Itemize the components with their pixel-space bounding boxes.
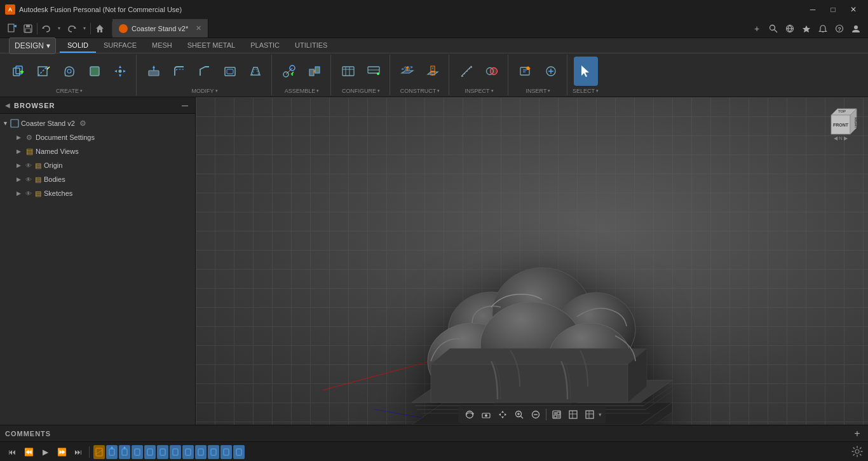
timeline-marker-9[interactable] <box>208 445 219 459</box>
close-button[interactable]: ✕ <box>844 3 863 16</box>
create-table-button[interactable] <box>336 57 360 86</box>
timeline-next[interactable]: ⏩ <box>55 445 69 459</box>
sketches-eye-icon[interactable]: 👁 <box>24 189 33 198</box>
timeline-prev[interactable]: ⏪ <box>22 445 36 459</box>
fillet-button[interactable] <box>167 57 191 86</box>
chamfer-button[interactable] <box>193 57 217 86</box>
timeline-marker-7[interactable] <box>182 445 194 459</box>
tree-root[interactable]: ▼ Coaster Stand v2 ⚙ <box>0 116 195 130</box>
timeline-marker-4[interactable] <box>144 445 156 459</box>
create-group-label[interactable]: CREATE ▾ <box>56 88 83 94</box>
tree-sketches[interactable]: ▶ 👁 ▤ Sketches <box>0 186 195 200</box>
tab-utilities[interactable]: UTILITIES <box>287 38 335 53</box>
tab-plastic[interactable]: PLASTIC <box>243 38 287 53</box>
design-dropdown[interactable]: DESIGN ▾ <box>9 38 56 54</box>
timeline-skip-start[interactable]: ⏮ <box>5 445 19 459</box>
inspect-group-label[interactable]: INSPECT ▾ <box>465 88 493 94</box>
pan-button[interactable] <box>495 407 510 422</box>
measure-button[interactable] <box>454 57 478 86</box>
tab-surface[interactable]: SURFACE <box>96 38 144 53</box>
sketches-expand[interactable]: ▶ <box>14 189 23 198</box>
tree-named-views[interactable]: ▶ ▤ Named Views <box>0 144 195 158</box>
home-button[interactable] <box>93 22 107 36</box>
configure-group-label[interactable]: CONFIGURE ▾ <box>342 88 380 94</box>
timeline-skip-end[interactable]: ⏭ <box>71 445 85 459</box>
add-row-button[interactable] <box>362 57 386 86</box>
tab-solid[interactable]: SOLID <box>60 38 96 53</box>
upgrade-button[interactable] <box>799 22 813 36</box>
redo-button[interactable] <box>65 22 79 36</box>
import-mcmaster-button[interactable] <box>539 57 563 86</box>
maximize-button[interactable]: □ <box>824 3 843 16</box>
undo-dropdown[interactable]: ▾ <box>55 22 63 36</box>
assemble-group-label[interactable]: ASSEMBLE ▾ <box>285 88 320 94</box>
select-button[interactable] <box>574 57 598 86</box>
fit-to-screen-button[interactable] <box>528 407 543 422</box>
browser-collapse-button[interactable]: ─ <box>180 100 190 111</box>
joint-button[interactable] <box>277 57 301 86</box>
timeline-marker-8[interactable] <box>195 445 207 459</box>
new-tab-button[interactable]: + <box>750 22 764 36</box>
attach-canvas-button[interactable] <box>513 57 538 86</box>
root-settings-icon[interactable]: ⚙ <box>79 119 88 128</box>
settings-button[interactable] <box>851 446 863 458</box>
tab-sheet-metal[interactable]: SHEET METAL <box>180 38 243 53</box>
timeline-marker-0[interactable] <box>93 445 105 459</box>
online-status-button[interactable] <box>783 22 797 36</box>
document-tab[interactable]: Coaster Stand v2* ✕ <box>112 19 208 38</box>
press-pull-button[interactable] <box>142 57 166 86</box>
insert-group-label[interactable]: INSERT ▾ <box>526 88 551 94</box>
zoom-in-button[interactable] <box>512 407 527 422</box>
sketch-button[interactable] <box>32 57 56 86</box>
tree-bodies[interactable]: ▶ 👁 ▤ Bodies <box>0 172 195 186</box>
notifications-button[interactable] <box>816 22 830 36</box>
select-group-label[interactable]: SELECT ▾ <box>573 88 599 94</box>
look-at-button[interactable] <box>478 407 494 422</box>
doc-settings-expand[interactable]: ▶ <box>14 133 23 142</box>
modify-group-label[interactable]: MODIFY ▾ <box>192 88 218 94</box>
offset-plane-button[interactable] <box>395 57 419 86</box>
new-component-button[interactable] <box>6 57 31 86</box>
account-button[interactable] <box>849 22 863 36</box>
origin-expand[interactable]: ▶ <box>14 161 23 170</box>
save-button[interactable] <box>21 22 35 36</box>
timeline-marker-2[interactable] <box>119 445 130 459</box>
doc-tab-close[interactable]: ✕ <box>196 24 201 32</box>
orbit-button[interactable] <box>462 407 477 422</box>
grid-button[interactable] <box>566 407 581 422</box>
as-built-joint-button[interactable] <box>302 57 327 86</box>
help-button[interactable]: ? <box>832 22 846 36</box>
create-form-button[interactable] <box>57 57 81 86</box>
display-mode-button[interactable] <box>549 407 564 422</box>
redo-dropdown[interactable]: ▾ <box>81 22 88 36</box>
move-copy-button[interactable] <box>108 57 132 86</box>
midplane-button[interactable] <box>421 57 445 86</box>
grid-dropdown-arrow[interactable]: ▾ <box>599 411 602 418</box>
tree-document-settings[interactable]: ▶ ⚙ Document Settings <box>0 130 195 144</box>
draft-button[interactable] <box>243 57 268 86</box>
shell-button[interactable] <box>218 57 242 86</box>
origin-eye-icon[interactable]: 👁 <box>24 161 33 170</box>
viewport[interactable]: FRONT TOP RIGHT ◀ N ▶ <box>196 97 868 425</box>
timeline-marker-1[interactable] <box>106 445 118 459</box>
timeline-marker-3[interactable] <box>132 445 143 459</box>
grid-options-button[interactable] <box>582 407 597 422</box>
undo-button[interactable] <box>39 22 53 36</box>
construct-group-label[interactable]: CONSTRUCT ▾ <box>400 88 440 94</box>
tree-origin[interactable]: ▶ 👁 ▤ Origin <box>0 158 195 172</box>
timeline-marker-6[interactable] <box>170 445 181 459</box>
named-views-expand[interactable]: ▶ <box>14 147 23 156</box>
new-file-button[interactable] <box>5 22 19 36</box>
timeline-marker-11[interactable] <box>233 445 245 459</box>
tab-search-button[interactable] <box>766 22 780 36</box>
bodies-expand[interactable]: ▶ <box>14 175 23 184</box>
timeline-play[interactable]: ▶ <box>38 445 52 459</box>
interference-button[interactable] <box>480 57 504 86</box>
minimize-button[interactable]: ─ <box>803 3 822 16</box>
bodies-eye-icon[interactable]: 👁 <box>24 175 33 184</box>
tab-mesh[interactable]: MESH <box>144 38 180 53</box>
timeline-marker-5[interactable] <box>157 445 168 459</box>
browser-back-icon[interactable]: ◀ <box>5 102 10 109</box>
create-body-button[interactable] <box>83 57 107 86</box>
root-collapse-icon[interactable]: ▼ <box>3 120 8 127</box>
